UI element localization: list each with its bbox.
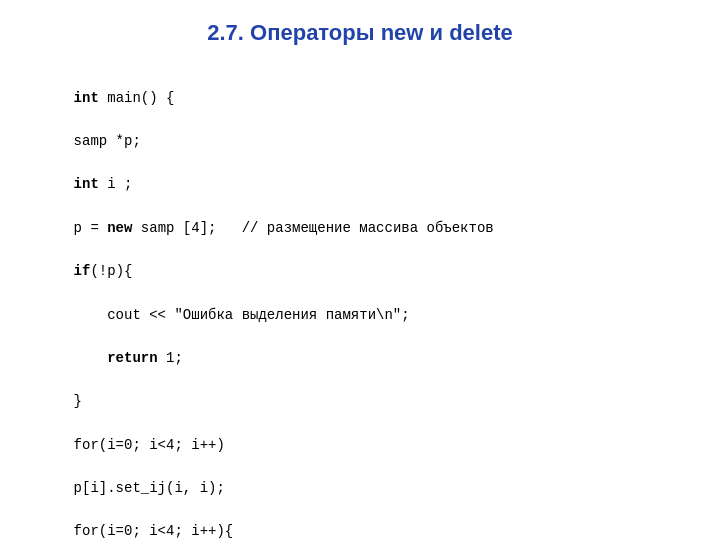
code-line-4: p = new samp [4]; // размещение массива … xyxy=(74,220,494,236)
keyword-new: new xyxy=(107,220,132,236)
code-line-8: } xyxy=(74,393,82,409)
code-line-9: for(i=0; i<4; i++) xyxy=(74,437,225,453)
comment-1: // размещение массива объектов xyxy=(242,220,494,236)
keyword-int: int xyxy=(74,90,99,106)
code-line-2: samp *p; xyxy=(74,133,141,149)
code-line-11: for(i=0; i<4; i++){ xyxy=(74,523,234,539)
page-title: 2.7. Операторы new и delete xyxy=(207,20,513,46)
code-line-3: int i ; xyxy=(74,176,133,192)
keyword-return1: return xyxy=(107,350,157,366)
code-line-6: cout << "Ошибка выделения памяти\n"; xyxy=(74,307,410,323)
code-line-10: p[i].set_ij(i, i); xyxy=(74,480,225,496)
code-line-5: if(!p){ xyxy=(74,263,133,279)
code-line-1: int main() { xyxy=(74,90,175,106)
keyword-if: if xyxy=(74,263,91,279)
page: 2.7. Операторы new и delete int main() {… xyxy=(0,0,720,540)
keyword-int2: int xyxy=(74,176,99,192)
code-block: int main() { samp *p; int i ; p = new sa… xyxy=(40,66,680,540)
code-line-7: return 1; xyxy=(74,350,183,366)
